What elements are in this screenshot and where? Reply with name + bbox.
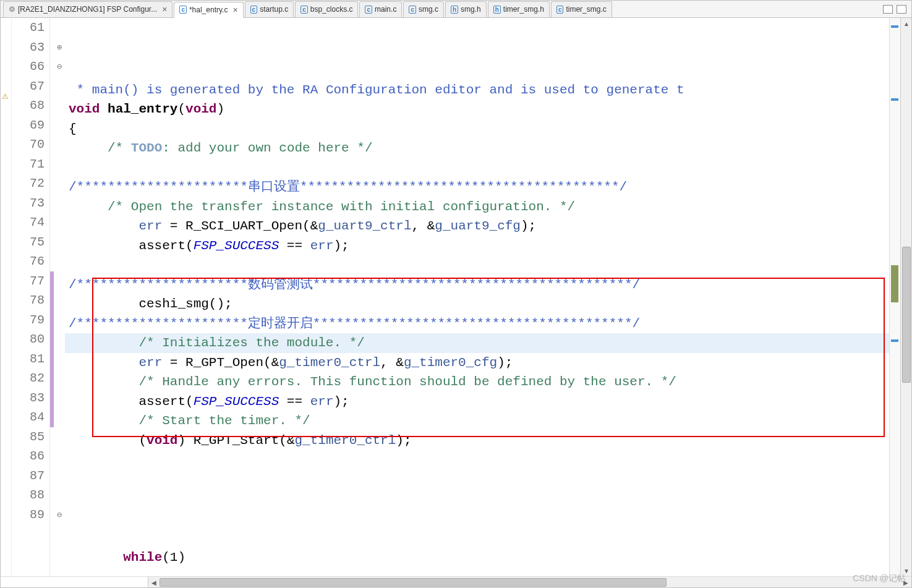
line-number: 71 bbox=[12, 155, 45, 174]
watermark: CSDN @记帖 bbox=[853, 573, 906, 584]
code-line[interactable] bbox=[65, 470, 889, 490]
horizontal-scrollbar[interactable]: ◀ ▶ bbox=[148, 577, 911, 587]
scroll-up-icon[interactable]: ▲ bbox=[901, 18, 911, 29]
marker-bar: ⚠ bbox=[1, 18, 12, 576]
code-line[interactable]: err = R_SCI_UART_Open(&g_uart9_ctrl, &g_… bbox=[65, 216, 889, 236]
line-number: 76 bbox=[12, 252, 45, 271]
c-file-icon: c bbox=[250, 6, 258, 14]
line-number: 84 bbox=[12, 407, 45, 427]
line-number: 81 bbox=[12, 349, 45, 369]
line-number-gutter: 6163666768697071727374757677787980818283… bbox=[12, 18, 50, 576]
code-line[interactable]: /* Handle any errors. This function shou… bbox=[65, 372, 889, 392]
code-line[interactable]: /**********************定时器开启************… bbox=[65, 314, 889, 334]
fold-toggle-icon[interactable]: ⊖ bbox=[54, 505, 65, 525]
tab-label: startup.c bbox=[260, 5, 288, 14]
code-line[interactable]: /**********************串口设置*************… bbox=[65, 177, 889, 197]
minimize-button[interactable] bbox=[883, 5, 893, 14]
fold-cell bbox=[54, 174, 65, 194]
line-number: 85 bbox=[12, 427, 45, 447]
tab-smg-h[interactable]: hsmg.h bbox=[445, 1, 487, 17]
overview-mark bbox=[891, 339, 898, 342]
tab-label: timer_smg.c bbox=[566, 5, 606, 14]
code-line[interactable]: while(1) bbox=[65, 548, 889, 568]
code-line[interactable] bbox=[65, 509, 889, 529]
code-area[interactable]: * main() is generated by the RA Configur… bbox=[65, 18, 889, 576]
tab--ra2e1-dianzizhong1-fsp-configur-[interactable]: ⚙[RA2E1_DIANZIZHONG1] FSP Configur...× bbox=[3, 1, 173, 17]
c-file-icon: c bbox=[365, 6, 372, 14]
scrollbar-thumb[interactable] bbox=[902, 247, 911, 383]
close-icon[interactable]: × bbox=[162, 4, 167, 14]
fold-cell bbox=[54, 427, 65, 447]
editor-body: ⚠ 61636667686970717273747576777879808182… bbox=[1, 18, 911, 576]
code-line[interactable]: (void) R_GPT_Start(&g_timer0_ctrl); bbox=[65, 431, 889, 451]
overview-mark bbox=[891, 25, 898, 28]
fold-cell bbox=[54, 194, 65, 213]
code-line[interactable]: void hal_entry(void) bbox=[65, 100, 889, 119]
line-number: 72 bbox=[12, 174, 45, 194]
code-line[interactable]: err = R_GPT_Open(&g_timer0_ctrl, &g_time… bbox=[65, 353, 889, 373]
tab-timer-smg-h[interactable]: htimer_smg.h bbox=[488, 1, 550, 17]
code-line[interactable]: /* Initializes the module. */ bbox=[65, 333, 889, 353]
code-line[interactable]: /* Open the transfer instance with initi… bbox=[65, 197, 889, 217]
scrollbar-thumb[interactable] bbox=[160, 578, 667, 587]
line-number: 88 bbox=[12, 485, 45, 505]
tab-label: timer_smg.h bbox=[503, 5, 544, 14]
fold-cell bbox=[54, 485, 65, 505]
tab-label: smg.c bbox=[419, 5, 438, 14]
code-line[interactable]: assert(FSP_SUCCESS == err); bbox=[65, 392, 889, 412]
tab-label: main.c bbox=[375, 5, 396, 14]
code-line[interactable] bbox=[65, 255, 889, 275]
tab-label: smg.h bbox=[461, 5, 481, 14]
line-number: 67 bbox=[12, 77, 45, 96]
tab-startup-c[interactable]: cstartup.c bbox=[245, 1, 294, 17]
line-number: 70 bbox=[12, 135, 45, 155]
fold-cell bbox=[54, 388, 65, 408]
code-line[interactable] bbox=[65, 489, 889, 509]
fold-cell bbox=[54, 466, 65, 486]
tab-label: bsp_clocks.c bbox=[310, 5, 353, 14]
code-line[interactable] bbox=[65, 450, 889, 470]
vertical-scrollbar[interactable]: ▲ ▼ bbox=[900, 18, 911, 576]
fold-cell bbox=[54, 77, 65, 96]
code-line[interactable]: /* TODO: add your own code here */ bbox=[65, 138, 889, 158]
window-controls bbox=[883, 5, 911, 14]
tab-main-c[interactable]: cmain.c bbox=[359, 1, 402, 17]
overview-ruler[interactable] bbox=[889, 18, 900, 576]
fold-toggle-icon[interactable]: ⊕ bbox=[54, 38, 65, 58]
code-line[interactable]: assert(FSP_SUCCESS == err); bbox=[65, 236, 889, 256]
code-line[interactable] bbox=[65, 61, 889, 80]
fold-toggle-icon[interactable]: ⊖ bbox=[54, 57, 65, 77]
line-number: 73 bbox=[12, 194, 45, 213]
maximize-button[interactable] bbox=[897, 5, 906, 14]
tab-smg-c[interactable]: csmg.c bbox=[403, 1, 444, 17]
line-number: 66 bbox=[12, 57, 45, 77]
scroll-left-icon[interactable]: ◀ bbox=[148, 577, 160, 588]
code-line[interactable]: /**********************数码管测试************… bbox=[65, 275, 889, 295]
fold-cell bbox=[54, 349, 65, 369]
close-icon[interactable]: × bbox=[232, 5, 237, 15]
code-line[interactable]: /* Start the timer. */ bbox=[65, 411, 889, 431]
fold-cell bbox=[54, 96, 65, 116]
overview-mark bbox=[891, 98, 898, 101]
fold-cell bbox=[54, 252, 65, 271]
fold-cell bbox=[54, 135, 65, 155]
tab-timer-smg-c[interactable]: ctimer_smg.c bbox=[551, 1, 612, 17]
line-number: 82 bbox=[12, 369, 45, 388]
tab-label: [RA2E1_DIANZIZHONG1] FSP Configur... bbox=[18, 5, 157, 14]
fold-column: ⊕⊖⊖ bbox=[54, 18, 65, 576]
horizontal-scroll-row: ◀ ▶ bbox=[1, 576, 911, 587]
h-file-icon: h bbox=[493, 6, 501, 14]
code-line[interactable]: * main() is generated by the RA Configur… bbox=[65, 80, 889, 100]
tab-bsp-clocks-c[interactable]: cbsp_clocks.c bbox=[295, 1, 358, 17]
gear-icon: ⚙ bbox=[9, 5, 15, 14]
code-line[interactable] bbox=[65, 158, 889, 178]
code-line[interactable] bbox=[65, 528, 889, 548]
c-file-icon: c bbox=[179, 6, 187, 14]
fold-cell bbox=[54, 407, 65, 427]
code-line[interactable]: ceshi_smg(); bbox=[65, 294, 889, 314]
code-line[interactable]: { bbox=[65, 119, 889, 139]
warning-marker-icon[interactable]: ⚠ bbox=[2, 92, 9, 101]
fold-cell bbox=[54, 155, 65, 174]
tab--hal-entry-c[interactable]: c*hal_entry.c× bbox=[174, 2, 243, 18]
overview-change-mark bbox=[891, 265, 898, 302]
